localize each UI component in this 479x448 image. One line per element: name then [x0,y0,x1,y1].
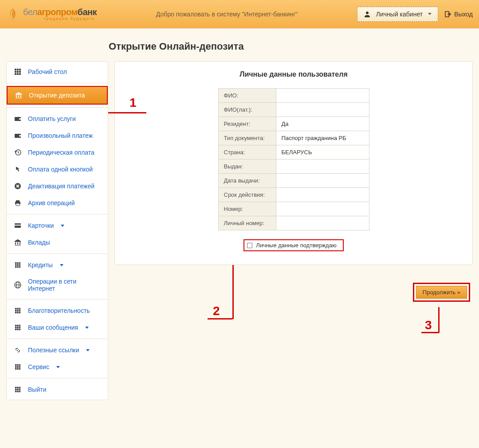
svg-rect-24 [19,262,21,264]
annotation-line [438,307,440,333]
confirm-checkbox-wrap[interactable]: Личные данные подтверждаю [243,239,343,251]
logo-tagline: традиции будущего [23,16,97,21]
row-label: Срок действия: [218,188,276,202]
sidebar-item-label: Карточки [28,222,54,229]
row-value: Паспорт гражданина РБ [276,131,369,145]
sidebar-item-label: Ваши сообщения [28,324,78,331]
sidebar-item-cards[interactable]: Карточки [7,217,108,234]
svg-rect-62 [19,387,21,389]
table-row: Срок действия: [218,188,369,202]
sidebar-item-label: Деактивация платежей [28,183,94,190]
sidebar-item-label: Кредиты [28,261,53,269]
svg-rect-59 [19,368,21,370]
svg-rect-45 [15,327,17,328]
svg-rect-55 [17,366,19,368]
sidebar-item-desktop[interactable]: Рабочий стол [7,63,108,80]
row-label: Номер: [218,202,276,216]
svg-rect-3 [17,69,19,70]
sidebar-item-messages[interactable]: Ваши сообщения [7,319,108,336]
svg-rect-68 [19,391,21,393]
annotation-1: 1 [130,96,137,110]
svg-rect-28 [15,266,17,268]
table-row: Страна:БЕЛАРУСЬ [218,145,369,160]
chevron-down-icon [56,366,60,368]
sidebar: Рабочий стол Открытие депозита Оплатить … [6,61,108,400]
sidebar-item-pay-services[interactable]: Оплатить услуги [7,110,108,127]
link-icon [14,346,22,354]
svg-rect-50 [19,329,21,331]
sidebar-item-service[interactable]: Сервис [7,358,108,375]
sidebar-item-label: Выйти [28,386,46,393]
svg-rect-60 [15,387,17,389]
row-value [276,103,369,117]
row-label: Тип документа: [218,131,276,145]
sidebar-item-label: Вклады [28,239,50,246]
sidebar-item-label: Благотворительность [28,307,90,314]
grid-icon [14,68,22,76]
sidebar-item-archive[interactable]: Архив операций [7,195,108,211]
svg-rect-36 [15,310,17,312]
svg-rect-22 [15,262,17,264]
svg-rect-67 [17,391,19,393]
table-row: Резидент:Да [218,117,369,131]
chevron-down-icon [85,327,89,329]
sidebar-item-exit[interactable]: Выйти [7,381,108,398]
svg-rect-38 [19,310,21,312]
table-row: Дата выдачи: [218,174,369,188]
logout-icon [444,11,452,18]
checkbox-icon[interactable] [247,243,252,248]
sidebar-item-label: Сервис [28,363,49,370]
sidebar-item-deposits[interactable]: Вклады [7,234,108,251]
svg-rect-26 [17,264,19,266]
row-label: Дата выдачи: [218,174,276,188]
bank-icon [15,91,23,99]
annotation-2: 2 [213,304,220,318]
sidebar-item-credits[interactable]: Кредиты [7,257,108,273]
chevron-down-icon [86,349,90,351]
logout-button[interactable]: Выход [444,11,473,18]
header: белагропромбанк традиции будущего Добро … [0,0,479,28]
annotation-line [232,265,234,319]
sidebar-item-charity[interactable]: Благотворительность [7,302,108,319]
click-icon [14,165,22,173]
svg-rect-7 [19,71,21,73]
cabinet-dropdown[interactable]: Личный кабинет [357,7,438,22]
sidebar-item-one-button-pay[interactable]: Оплата одной кнопкой [7,161,108,178]
main-content: Личные данные пользователя ФИО: ФИО(лат.… [114,61,473,400]
svg-rect-65 [19,389,21,390]
sidebar-item-links[interactable]: Полезные ссылки [7,342,108,358]
sidebar-item-internet-ops[interactable]: Операции в сети Интернет [7,273,108,296]
table-row: ФИО: [218,89,369,103]
row-value: Да [276,117,369,131]
sidebar-item-periodic-payment[interactable]: Периодическая оплата [7,144,108,161]
sidebar-item-label: Рабочий стол [28,68,67,75]
sidebar-item-open-deposit[interactable]: Открытие депозита [7,86,108,105]
continue-button[interactable]: Продолжить » [416,286,467,299]
row-value [276,216,369,230]
row-label: ФИО(лат.): [218,103,276,117]
annotation-3: 3 [425,318,432,332]
grid-icon [14,307,22,315]
welcome-text: Добро пожаловать в систему "Интернет-бан… [97,11,357,18]
chevron-down-icon [61,225,64,227]
sidebar-item-label: Операции в сети Интернет [28,278,101,292]
svg-rect-47 [19,327,21,328]
row-label: Выдан: [218,160,276,174]
svg-rect-53 [19,364,21,366]
svg-rect-4 [19,69,21,70]
row-label: Личный номер: [218,216,276,230]
svg-rect-63 [15,389,17,390]
svg-rect-14 [19,135,21,136]
svg-rect-43 [17,325,19,327]
svg-rect-25 [15,264,17,266]
svg-rect-56 [19,366,21,368]
history-icon [14,148,22,156]
svg-rect-29 [17,266,19,268]
grid-icon [14,363,22,371]
row-label: Резидент: [218,117,276,131]
sidebar-item-deactivate-payments[interactable]: Деактивация платежей [7,178,108,195]
table-row: Тип документа:Паспорт гражданина РБ [218,131,369,145]
row-label: Страна: [218,145,276,160]
sidebar-item-custom-payment[interactable]: Произвольный платеж [7,127,108,144]
svg-rect-44 [19,325,21,327]
